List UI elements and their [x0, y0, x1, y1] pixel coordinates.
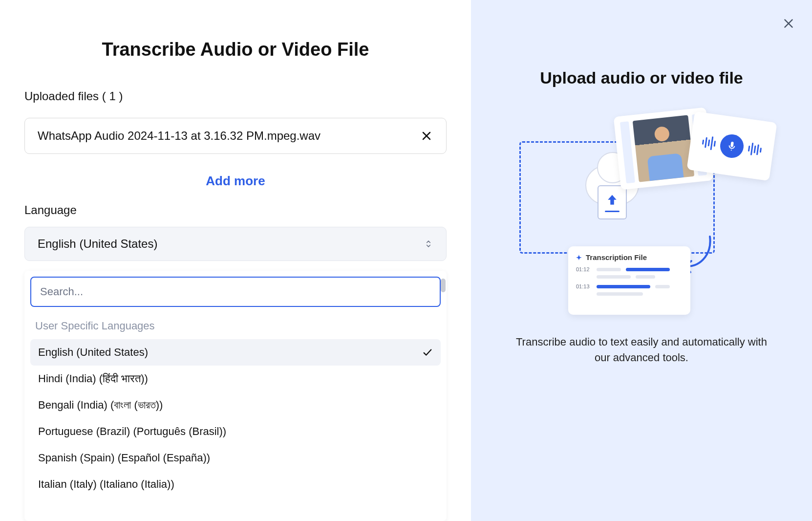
scrollbar-thumb[interactable] [441, 279, 446, 292]
add-more-button[interactable]: Add more [24, 174, 447, 189]
language-option-label: English (United States) [38, 346, 148, 359]
chevron-sort-icon [424, 239, 433, 249]
language-option[interactable]: Spanish (Spain) (Español (España)) [30, 445, 441, 471]
close-icon [421, 130, 432, 142]
language-label: Language [24, 203, 447, 217]
upload-illustration: ✦ Transcription File 01:12 01:13 [505, 112, 778, 317]
language-option-label: Hindi (India) (हिंदी भारत)) [38, 372, 148, 385]
transcription-card-title: Transcription File [586, 253, 647, 261]
upload-arrow-card [598, 185, 627, 219]
right-panel: Upload audio or video file [471, 0, 812, 521]
uploaded-file-name: WhatsApp Audio 2024-11-13 at 3.16.32 PM.… [38, 129, 321, 143]
language-option[interactable]: Portuguese (Brazil) (Português (Brasil)) [30, 418, 441, 445]
uploaded-file-row: WhatsApp Audio 2024-11-13 at 3.16.32 PM.… [24, 118, 447, 154]
language-search-input[interactable] [30, 277, 441, 307]
language-option[interactable]: Bengali (India) (বাংলা (ভারত)) [30, 392, 441, 418]
language-option-label: Italian (Italy) (Italiano (Italia)) [38, 478, 174, 491]
waveform-right-icon [748, 142, 762, 157]
language-option[interactable]: English (United States) [30, 339, 441, 366]
check-icon [422, 347, 433, 358]
page-title: Transcribe Audio or Video File [24, 39, 447, 60]
language-list: User Specific Languages English (United … [24, 313, 447, 498]
uploaded-files-label: Uploaded files ( 1 ) [24, 89, 447, 103]
timestamp: 01:12 [576, 266, 592, 272]
language-option-label: Portuguese (Brazil) (Português (Brasil)) [38, 425, 226, 438]
transcription-result-card: ✦ Transcription File 01:12 01:13 [568, 246, 690, 315]
right-panel-title: Upload audio or video file [540, 68, 743, 87]
language-option-label: Bengali (India) (বাংলা (ভারত)) [38, 399, 163, 412]
left-panel: Transcribe Audio or Video File Uploaded … [0, 0, 471, 521]
sparkle-icon: ✦ [576, 254, 582, 261]
microphone-icon [719, 133, 745, 159]
language-group-header: User Specific Languages [30, 313, 441, 339]
language-option-label: Spanish (Spain) (Español (España)) [38, 452, 210, 464]
language-option[interactable]: Italian (Italy) (Italiano (Italia)) [30, 471, 441, 498]
language-select-value: English (United States) [38, 237, 157, 251]
right-panel-description: Transcribe audio to text easily and auto… [510, 334, 773, 366]
remove-file-button[interactable] [420, 129, 433, 143]
waveform-left-icon [702, 135, 717, 151]
timestamp: 01:13 [576, 283, 592, 289]
audio-waveform-card [686, 111, 777, 181]
upload-arrow-icon [605, 193, 620, 208]
language-option[interactable]: Hindi (India) (हिंदी भारत)) [30, 366, 441, 392]
language-dropdown: User Specific Languages English (United … [24, 271, 447, 521]
language-select[interactable]: English (United States) [24, 227, 447, 261]
close-dialog-button[interactable] [780, 15, 797, 32]
close-icon [782, 17, 795, 30]
